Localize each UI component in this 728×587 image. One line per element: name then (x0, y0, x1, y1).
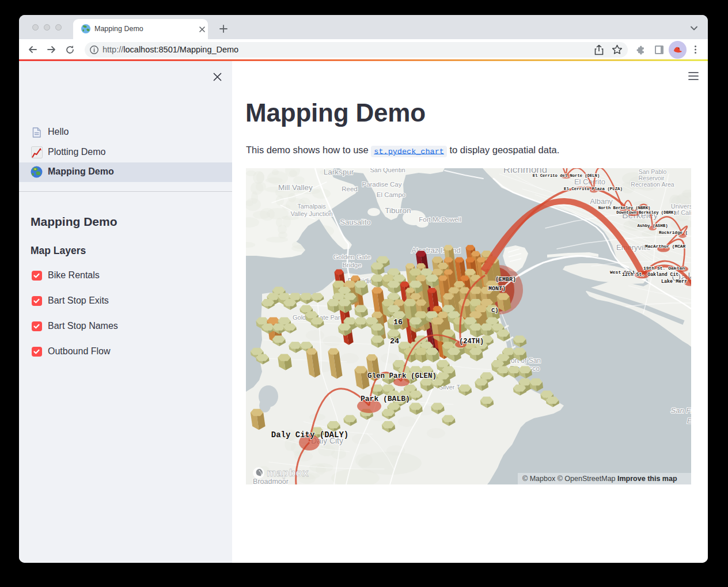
svg-text:Lake Merr: Lake Merr (661, 279, 687, 285)
svg-text:Mill Valley: Mill Valley (278, 183, 313, 192)
svg-text:(24TH): (24TH) (459, 338, 484, 346)
svg-text:Reed: Reed (342, 185, 358, 192)
svg-text:of Californ: of Californ (674, 209, 691, 216)
svg-text:16: 16 (393, 318, 403, 327)
svg-text:Glen Park (GLEN): Glen Park (GLEN) (367, 372, 437, 380)
svg-text:mapbox: mapbox (267, 467, 309, 479)
svg-text:MacArthur (MCAR: MacArthur (MCAR (645, 244, 686, 249)
svg-text:Recreation Area: Recreation Area (631, 181, 674, 188)
svg-text:Albany: Albany (590, 197, 613, 206)
svg-text:Rockridge (: Rockridge ( (659, 230, 688, 235)
svg-text:Bridge: Bridge (342, 262, 361, 268)
svg-text:Golden Gate: Golden Gate (333, 253, 370, 260)
svg-text:Downtown Berkeley (DBRK): Downtown Berkeley (DBRK) (616, 210, 676, 215)
svg-text:E: E (687, 416, 691, 425)
svg-text:San Quentin: San Quentin (370, 168, 405, 173)
svg-text:24: 24 (390, 337, 399, 346)
svg-text:El Campo: El Campo (377, 191, 406, 198)
svg-text:Fort McDowell: Fort McDowell (419, 216, 461, 223)
svg-text:(EMBR): (EMBR) (495, 277, 516, 283)
svg-text:12th St. Oakland Cit: 12th St. Oakland Cit (622, 272, 678, 277)
svg-text:Valley Junction: Valley Junction (290, 210, 332, 217)
svg-text:Park (BALB): Park (BALB) (361, 395, 410, 403)
svg-text:C): C) (491, 307, 499, 314)
svg-text:Larkspur: Larkspur (324, 168, 354, 176)
svg-text:Tiburon: Tiburon (385, 206, 411, 215)
svg-text:MONT): MONT) (488, 286, 506, 292)
svg-text:North Berkeley (NBRK): North Berkeley (NBRK) (598, 206, 651, 210)
svg-text:San Fr: San Fr (670, 406, 691, 415)
svg-text:© Mapbox © OpenStreetMap Impro: © Mapbox © OpenStreetMap Improve this ma… (522, 475, 677, 483)
svg-text:Ashby (ASHB): Ashby (ASHB) (637, 224, 668, 228)
svg-text:Daly City (DALY): Daly City (DALY) (271, 430, 348, 440)
svg-text:El Cerrito Plaza (PLZA): El Cerrito Plaza (PLZA) (564, 187, 623, 191)
svg-text:19th St. Oaklan: 19th St. Oaklan (643, 266, 685, 271)
svg-text:Paradise Cay: Paradise Cay (362, 181, 401, 188)
svg-text:Tamalpais: Tamalpais (297, 203, 326, 210)
svg-text:Sausalito: Sausalito (340, 218, 370, 226)
svg-text:El Cerrito del Norte (DELN): El Cerrito del Norte (DELN) (533, 173, 600, 178)
